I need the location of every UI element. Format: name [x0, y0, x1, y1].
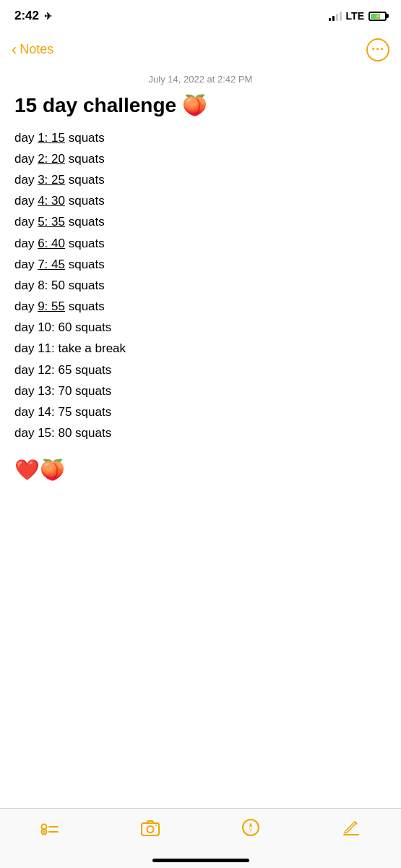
chevron-left-icon: ‹: [12, 41, 17, 59]
camera-icon: [140, 817, 160, 838]
list-item: day 15: 80 squats: [14, 423, 387, 443]
list-item: day 13: 70 squats: [14, 381, 387, 401]
battery-icon: ⚡: [368, 12, 387, 21]
list-item: day 12: 65 squats: [14, 360, 387, 380]
note-title: 15 day challenge 🍑: [14, 93, 387, 118]
list-item: day 10: 60 squats: [14, 318, 387, 337]
svg-point-6: [147, 826, 154, 833]
back-label: Notes: [20, 42, 53, 57]
location-arrow-icon: ✈: [44, 11, 52, 22]
nav-bar: ‹ Notes ···: [0, 32, 401, 68]
svg-marker-10: [249, 827, 252, 833]
checklist-icon: [40, 817, 60, 838]
checklist-button[interactable]: [32, 817, 68, 838]
home-indicator: [152, 859, 249, 862]
emoji-line: ❤️🍑: [14, 454, 387, 487]
list-item: day 5: 35 squats: [14, 212, 387, 231]
camera-button[interactable]: [132, 817, 168, 838]
back-button[interactable]: ‹ Notes: [12, 41, 53, 59]
svg-point-1: [43, 831, 46, 833]
signal-strength-icon: [329, 11, 342, 21]
list-item: day 14: 75 squats: [14, 402, 387, 422]
list-item: day 9: 55 squats: [14, 297, 387, 316]
list-item: day 8: 50 squats: [14, 276, 387, 295]
note-content: July 14, 2022 at 2:42 PM 15 day challeng…: [0, 68, 401, 503]
svg-point-4: [42, 825, 47, 830]
status-icons: LTE ⚡: [329, 10, 387, 22]
note-date: July 14, 2022 at 2:42 PM: [14, 74, 387, 85]
list-item: day 11: take a break: [14, 339, 387, 358]
list-item: day 4: 30 squats: [14, 191, 387, 210]
note-body: day 1: 15 squats day 2: 20 squats day 3:…: [14, 128, 387, 488]
svg-point-7: [155, 825, 157, 826]
lte-icon: LTE: [346, 10, 364, 22]
compass-button[interactable]: [233, 817, 269, 838]
time-display: 2:42: [14, 9, 39, 23]
list-item: day 2: 20 squats: [14, 149, 387, 169]
svg-point-8: [243, 820, 259, 835]
status-time: 2:42 ✈: [14, 9, 52, 23]
svg-marker-9: [249, 822, 252, 827]
compose-icon: [341, 817, 361, 838]
list-item: day 6: 40 squats: [14, 234, 387, 253]
list-item: day 7: 45 squats: [14, 255, 387, 274]
compass-icon: [241, 817, 261, 838]
more-options-button[interactable]: ···: [366, 38, 389, 61]
list-item: day 3: 25 squats: [14, 170, 387, 190]
compose-button[interactable]: [333, 817, 369, 838]
status-bar: 2:42 ✈ LTE ⚡: [0, 0, 401, 32]
list-item: day 1: 15 squats: [14, 128, 387, 148]
